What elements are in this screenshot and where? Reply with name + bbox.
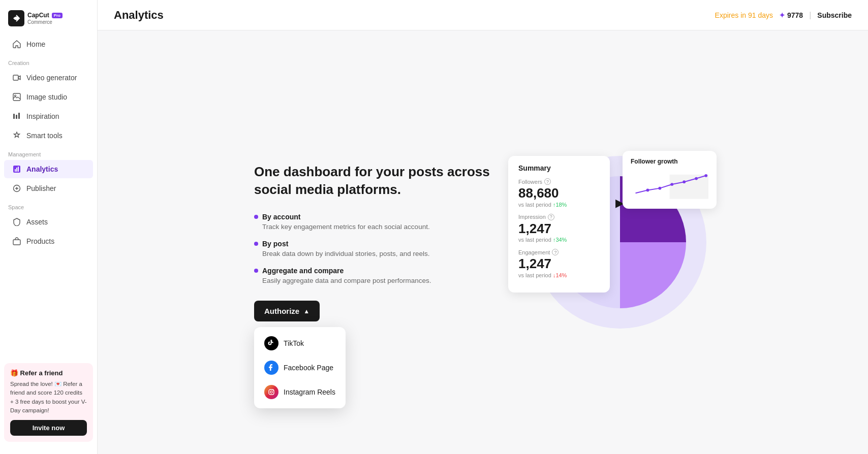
sidebar-item-assets[interactable]: Assets [4, 213, 93, 231]
sidebar-bottom: 🎁 Refer a friend Spread the love! 💌 Refe… [0, 357, 97, 448]
impression-change-value: ↑34% [553, 237, 567, 243]
facebook-label: Facebook Page [284, 364, 333, 372]
products-icon [12, 237, 21, 246]
feature-list: By account Track key engagement metrics … [254, 213, 498, 284]
engagement-info-icon: ? [552, 249, 559, 255]
svg-rect-3 [13, 114, 15, 119]
sidebar-item-analytics-label: Analytics [26, 165, 58, 173]
right-panel: Summary Followers ? 88,680 vs last perio… [498, 146, 711, 339]
logo-sub: Commerce [27, 19, 63, 25]
header-right: Expires in 91 days ✦ 9778 | Subscribe [715, 11, 852, 20]
header: Analytics Expires in 91 days ✦ 9778 | Su… [98, 0, 868, 30]
authorize-label: Authorize [264, 307, 299, 315]
engagement-value: 1,247 [518, 256, 600, 271]
refer-body: Spread the love! 💌 Refer a friend and sc… [10, 380, 87, 415]
feature-item-0: By account Track key engagement metrics … [254, 213, 498, 231]
inspiration-icon [12, 112, 21, 121]
svg-point-17 [646, 189, 649, 192]
smart-tools-icon [12, 131, 21, 140]
engagement-change-value: ↓14% [553, 272, 567, 278]
instagram-icon [264, 385, 278, 399]
invite-button[interactable]: Invite now [10, 420, 87, 436]
svg-point-20 [683, 180, 686, 183]
svg-rect-5 [18, 113, 20, 119]
sidebar-item-image-studio[interactable]: Image studio [4, 88, 93, 106]
feature-title-1: By post [254, 240, 498, 248]
platform-instagram[interactable]: Instagram Reels [258, 380, 342, 404]
sidebar-item-image-studio-label: Image studio [26, 93, 67, 101]
growth-chart [631, 169, 708, 200]
section-space: Space [0, 198, 97, 212]
refer-title: 🎁 Refer a friend [10, 369, 87, 377]
publisher-icon [12, 184, 21, 193]
svg-rect-7 [15, 169, 16, 172]
svg-rect-9 [18, 167, 19, 172]
growth-title: Follower growth [631, 158, 708, 165]
sidebar-item-publisher[interactable]: Publisher [4, 179, 93, 198]
auth-dropdown: TikTok Facebook Page Instagram Reels [254, 327, 346, 408]
section-management: Management [0, 145, 97, 159]
main-headline: One dashboard for your posts across soci… [254, 163, 498, 199]
feature-desc-1: Break data down by individual stories, p… [254, 250, 498, 257]
engagement-label: Engagement ? [518, 249, 600, 255]
header-divider: | [809, 11, 811, 20]
summary-title: Summary [518, 164, 600, 172]
followers-label: Followers ? [518, 178, 600, 185]
sidebar: CapCut Pro Commerce Home Creation Video … [0, 0, 98, 454]
authorize-button[interactable]: Authorize ▲ [254, 301, 320, 321]
authorize-wrapper: Authorize ▲ TikTok Facebook Page [254, 301, 320, 321]
subscribe-button[interactable]: Subscribe [817, 11, 852, 19]
svg-point-18 [659, 187, 662, 190]
sidebar-item-smart-tools-label: Smart tools [26, 132, 63, 140]
logo-text: CapCut Pro Commerce [27, 12, 63, 24]
sidebar-item-home[interactable]: Home [4, 35, 93, 53]
logo-icon [8, 10, 24, 26]
feature-desc-0: Track key engagement metrics for each so… [254, 223, 498, 231]
svg-rect-0 [13, 75, 18, 80]
video-generator-icon [12, 73, 21, 82]
svg-rect-4 [16, 115, 17, 119]
sidebar-item-analytics[interactable]: Analytics [4, 160, 93, 178]
followers-change: vs last period ↑18% [518, 202, 600, 208]
section-creation: Creation [0, 54, 97, 68]
svg-rect-16 [670, 175, 709, 199]
impression-vs-text: vs last period [518, 237, 551, 243]
sidebar-item-video-generator[interactable]: Video generator [4, 69, 93, 87]
tiktok-icon [264, 336, 278, 350]
followers-info-icon: ? [544, 178, 551, 185]
platform-tiktok[interactable]: TikTok [258, 331, 342, 355]
sidebar-item-products[interactable]: Products [4, 232, 93, 250]
followers-change-value: ↑18% [553, 202, 567, 208]
svg-rect-11 [13, 240, 20, 245]
growth-card: Follower growth [623, 151, 717, 209]
sidebar-item-assets-label: Assets [26, 218, 48, 226]
sidebar-item-inspiration[interactable]: Inspiration [4, 107, 93, 125]
svg-point-19 [670, 183, 673, 186]
impression-value: 1,247 [518, 221, 600, 236]
bullet-icon-1 [254, 242, 258, 246]
instagram-label: Instagram Reels [284, 388, 335, 396]
bullet-icon-2 [254, 269, 258, 273]
logo-brand: CapCut [27, 12, 49, 19]
impression-label: Impression ? [518, 214, 600, 220]
engagement-vs-text: vs last period [518, 272, 551, 278]
summary-card: Summary Followers ? 88,680 vs last perio… [508, 156, 610, 293]
page-title: Analytics [114, 9, 164, 22]
credits-icon: ✦ [779, 11, 785, 19]
platform-facebook[interactable]: Facebook Page [258, 355, 342, 380]
feature-desc-2: Easily aggregate data and compare post p… [254, 277, 498, 284]
svg-point-22 [704, 174, 707, 177]
expires-text: Expires in 91 days [715, 11, 773, 19]
svg-point-14 [273, 390, 273, 391]
refer-card: 🎁 Refer a friend Spread the love! 💌 Refe… [4, 363, 93, 442]
logo-pro-badge: Pro [52, 13, 63, 18]
impression-change: vs last period ↑34% [518, 237, 600, 243]
sidebar-item-publisher-label: Publisher [26, 184, 56, 192]
sidebar-item-video-generator-label: Video generator [26, 74, 77, 82]
engagement-change: vs last period ↓14% [518, 272, 600, 278]
sidebar-item-home-label: Home [26, 40, 45, 48]
svg-point-21 [695, 177, 698, 180]
feature-item-1: By post Break data down by individual st… [254, 240, 498, 257]
analytics-icon [12, 165, 21, 174]
sidebar-item-smart-tools[interactable]: Smart tools [4, 126, 93, 145]
